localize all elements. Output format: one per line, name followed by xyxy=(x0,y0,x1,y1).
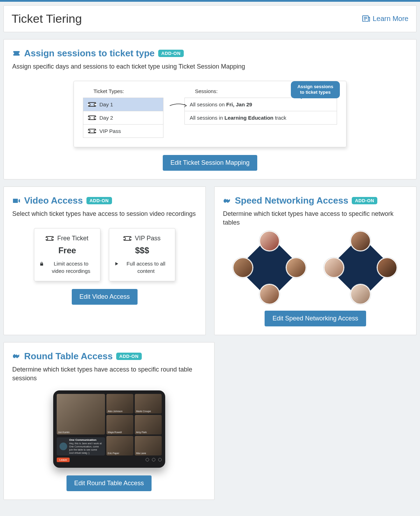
round-table-illustration: Jon Kumin Alex Johnson Marie Croupe Maya… xyxy=(53,390,165,468)
session-text: All sessions in Learning Education track xyxy=(190,115,286,121)
ticket-cards: Free Ticket Free Limit access to video r… xyxy=(12,228,197,281)
addon-badge: ADD-ON xyxy=(86,197,112,204)
networking-table xyxy=(235,233,305,303)
avatar xyxy=(259,284,280,304)
video-tile: Jon Kumin xyxy=(57,394,105,434)
addon-badge: ADD-ON xyxy=(352,197,377,204)
addon-badge: ADD-ON xyxy=(158,50,184,57)
video-tile: Alex Johnson xyxy=(106,394,133,413)
control-dot xyxy=(158,458,162,461)
ticket-type-label: Day 2 xyxy=(99,115,113,121)
ticket-types-column: Ticket Types: Day 1 Day 2 VIP Pass xyxy=(83,88,163,138)
networking-table xyxy=(326,233,396,303)
handshake-icon xyxy=(12,352,21,360)
section-description: Determine which ticket types have access… xyxy=(12,365,206,383)
column-header: Ticket Types: xyxy=(93,88,163,94)
session-footer-text: One Communication Hey, this is Jane and … xyxy=(69,438,102,455)
section-heading: Assign sessions to ticket type xyxy=(24,48,155,59)
edit-speed-networking-button[interactable]: Edit Speed Networking Access xyxy=(265,311,366,326)
ticket-card: Free Ticket Free Limit access to video r… xyxy=(34,228,100,281)
video-tile: Maya Rowell xyxy=(106,415,133,434)
section-heading: Video Access xyxy=(24,195,83,206)
session-footer: One Communication Hey, this is Jane and … xyxy=(57,437,105,455)
section-title: Assign sessions to ticket type ADD-ON xyxy=(12,48,408,59)
avatar xyxy=(350,231,371,251)
avatar xyxy=(286,257,306,278)
ticket-type-row: VIP Pass xyxy=(83,125,163,138)
handshake-icon xyxy=(223,197,231,205)
ticket-icon xyxy=(12,49,21,58)
ticket-icon xyxy=(88,102,96,107)
edit-round-table-button[interactable]: Edit Round Table Access xyxy=(66,475,152,491)
ticket-icon xyxy=(46,236,54,241)
session-row: All sessions on Fri, Jan 29 xyxy=(184,98,337,111)
ticket-note: Limit access to video recordings xyxy=(47,260,95,275)
section-description: Determine which ticket types have access… xyxy=(223,210,408,227)
panel-speed-networking: Speed Networking Access ADD-ON Determine… xyxy=(214,186,416,335)
arrow-icon xyxy=(169,103,189,108)
lock-icon xyxy=(39,261,44,266)
avatar xyxy=(259,231,280,251)
tip-bubble: Assign sessions to ticket types xyxy=(291,81,340,98)
section-description: Assign specific days and sessions to eac… xyxy=(12,62,408,71)
company-chip xyxy=(59,443,67,450)
ticket-icon xyxy=(88,115,96,120)
session-mapping-illustration: Assign sessions to ticket types Ticket T… xyxy=(74,81,346,147)
ticket-type-row: Day 1 xyxy=(83,98,163,111)
video-tile: Mia Lane xyxy=(135,436,162,455)
learn-more-link[interactable]: Learn More xyxy=(362,15,408,23)
ticket-price: $$$ xyxy=(114,246,170,255)
ticket-note: Full access to all content xyxy=(122,260,170,275)
video-tile: Marie Croupe xyxy=(135,394,162,413)
ticket-icon xyxy=(124,236,131,241)
ticket-type-label: VIP Pass xyxy=(99,128,121,134)
ticket-name: Free Ticket xyxy=(57,235,88,242)
avatar xyxy=(377,257,397,278)
panel-assign-sessions: Assign sessions to ticket type ADD-ON As… xyxy=(4,39,416,179)
video-tile: Eric Paper xyxy=(106,436,133,455)
section-heading: Round Table Access xyxy=(24,351,113,362)
ticket-card: VIP Pass $$$ Full access to all content xyxy=(109,228,175,281)
avatar xyxy=(233,257,253,278)
newspaper-icon xyxy=(362,15,370,22)
page-title: Ticket Tiering xyxy=(12,12,82,26)
avatar xyxy=(324,257,344,278)
edit-session-mapping-button[interactable]: Edit Ticket Session Mapping xyxy=(163,155,257,171)
control-dot xyxy=(152,458,155,461)
panel-video-access: Video Access ADD-ON Select which ticket … xyxy=(4,186,206,335)
ticket-type-label: Day 1 xyxy=(99,101,113,107)
video-controls: Leave xyxy=(57,458,162,462)
section-description: Select which ticket types have access to… xyxy=(12,210,197,218)
leave-button: Leave xyxy=(57,458,70,462)
section-title: Speed Networking Access ADD-ON xyxy=(223,195,408,206)
section-heading: Speed Networking Access xyxy=(235,195,348,206)
accent-bar xyxy=(0,0,420,2)
session-text: All sessions on Fri, Jan 29 xyxy=(190,101,252,107)
session-row: All sessions in Learning Education track xyxy=(184,111,337,125)
page-header: Ticket Tiering Learn More xyxy=(4,5,416,32)
ticket-type-row: Day 2 xyxy=(83,111,163,125)
networking-tables-illustration xyxy=(223,233,408,303)
control-dot xyxy=(146,458,149,461)
panel-round-table: Round Table Access ADD-ON Determine whic… xyxy=(4,342,215,500)
ticket-icon xyxy=(88,129,96,133)
section-title: Video Access ADD-ON xyxy=(12,195,197,206)
edit-video-access-button[interactable]: Edit Video Access xyxy=(72,289,138,305)
learn-more-label: Learn More xyxy=(373,15,408,23)
addon-badge: ADD-ON xyxy=(116,353,142,360)
section-title: Round Table Access ADD-ON xyxy=(12,351,206,362)
spacer xyxy=(223,342,416,500)
play-icon xyxy=(114,261,119,266)
ticket-price: Free xyxy=(39,246,95,255)
ticket-name: VIP Pass xyxy=(135,235,161,242)
video-tile: Amy Park xyxy=(135,415,162,434)
video-icon xyxy=(12,197,21,205)
avatar xyxy=(350,284,371,304)
